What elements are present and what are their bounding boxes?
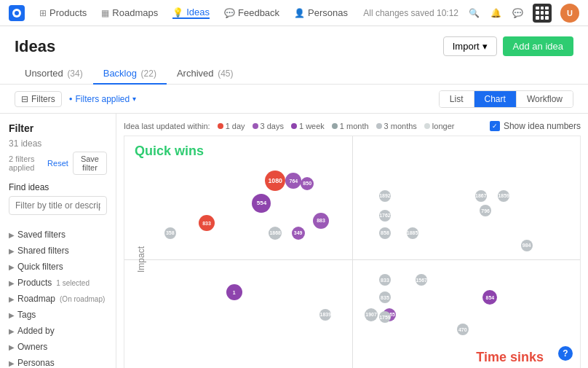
save-filter-button[interactable]: Save filter xyxy=(73,152,107,175)
sidebar-section-added-by[interactable]: ▶ Added by xyxy=(9,323,107,339)
sidebar-section-roadmap[interactable]: ▶ Roadmap (On roadmap) xyxy=(9,291,107,307)
bubble-1892[interactable]: 1892 xyxy=(379,190,391,202)
bubble-835[interactable]: 835 xyxy=(379,291,391,303)
sidebar-section-shared-filters[interactable]: ▶ Shared filters xyxy=(9,243,107,259)
arrow-icon: ▶ xyxy=(9,359,15,367)
legend-dot-longer xyxy=(424,123,430,129)
legend-1month: 1 month xyxy=(332,122,369,130)
bubble-854[interactable]: 854 xyxy=(482,290,497,305)
find-ideas-label: Find ideas xyxy=(9,182,107,192)
legend-1day: 1 day xyxy=(218,122,245,130)
bubble-1080[interactable]: 1080 xyxy=(265,171,285,191)
section-badge: 1 selected xyxy=(56,279,90,287)
tab-unsorted[interactable]: Unsorted (34) xyxy=(15,63,93,85)
legend-dot-1day xyxy=(218,123,223,129)
app-logo[interactable] xyxy=(9,5,25,21)
user-avatar[interactable]: U xyxy=(560,4,579,23)
bubble-1859[interactable]: 1859 xyxy=(498,190,509,202)
arrow-icon: ▶ xyxy=(9,231,15,239)
nav-ideas[interactable]: 💡 Ideas xyxy=(172,7,210,19)
bubble-1759[interactable]: 1759 xyxy=(379,311,391,323)
bubble-858[interactable]: 858 xyxy=(379,227,391,239)
tab-backlog[interactable]: Backlog (22) xyxy=(93,63,167,85)
chart-divider-horizontal xyxy=(124,259,580,260)
view-chart-button[interactable]: Chart xyxy=(474,91,517,107)
show-numbers-checkbox[interactable] xyxy=(490,121,500,131)
bubble-1885[interactable]: 1885 xyxy=(407,227,418,239)
bubble-554[interactable]: 554 xyxy=(252,194,271,213)
arrow-icon: ▶ xyxy=(9,327,15,335)
legend-dot-1month xyxy=(332,123,338,129)
nav-products[interactable]: ⊞ Products xyxy=(39,7,87,18)
notification-icon[interactable]: 🔔 xyxy=(489,7,502,20)
sidebar-section-personas[interactable]: ▶ Personas xyxy=(9,355,107,368)
chart-container: Idea last updated within: 1 day 3 days 1… xyxy=(116,114,588,368)
section-label: Products xyxy=(17,278,52,288)
add-idea-button[interactable]: Add an idea xyxy=(503,36,573,56)
bubble-764[interactable]: 764 xyxy=(285,173,301,189)
sidebar-section-products[interactable]: ▶ Products 1 selected xyxy=(9,275,107,291)
nav-roadmaps[interactable]: ▦ Roadmaps xyxy=(101,7,158,18)
legend-dot-1week xyxy=(291,123,297,129)
bubble-1839[interactable]: 1839 xyxy=(319,309,331,321)
show-numbers-toggle[interactable]: Show idea numbers xyxy=(490,121,581,131)
tabs: Unsorted (34) Backlog (22) Archived (45) xyxy=(15,63,573,84)
arrow-icon: ▶ xyxy=(9,343,15,351)
view-list-button[interactable]: List xyxy=(440,91,474,107)
bubble-1868[interactable]: 1868 xyxy=(269,227,282,240)
sidebar-section-quick-filters[interactable]: ▶ Quick filters xyxy=(9,259,107,275)
chat-icon[interactable]: 💬 xyxy=(511,7,524,20)
chart-legend: Idea last updated within: 1 day 3 days 1… xyxy=(124,121,581,131)
search-input[interactable] xyxy=(9,196,107,215)
bubble-833b[interactable]: 833 xyxy=(379,274,391,286)
sidebar-section-tags[interactable]: ▶ Tags xyxy=(9,307,107,323)
nav-personas[interactable]: 👤 Personas xyxy=(294,7,348,18)
priority-chart: Quick wins Time sinks Effort Impact ? 10… xyxy=(124,136,581,368)
filters-button[interactable]: ⊟ Filters xyxy=(15,91,62,107)
roadmap-icon: ▦ xyxy=(101,8,109,18)
reset-link[interactable]: Reset xyxy=(47,159,68,168)
idea-icon: 💡 xyxy=(172,7,183,17)
sidebar-section-saved-filters[interactable]: ▶ Saved filters xyxy=(9,227,107,243)
workspace-switcher[interactable] xyxy=(533,4,552,23)
bubble-796[interactable]: 796 xyxy=(480,205,491,216)
import-button[interactable]: Import ▾ xyxy=(443,36,497,56)
bubble-833[interactable]: 833 xyxy=(199,215,215,231)
bubble-984[interactable]: 984 xyxy=(521,240,533,251)
bubble-1907[interactable]: 1907 xyxy=(365,308,378,321)
section-label: Saved filters xyxy=(17,230,65,240)
bubble-358[interactable]: 358 xyxy=(164,227,176,239)
bubble-1[interactable]: 1 xyxy=(226,284,242,300)
view-toggle: List Chart Workflow xyxy=(439,90,573,108)
search-icon[interactable]: 🔍 xyxy=(467,7,480,20)
bubble-1762[interactable]: 1762 xyxy=(379,210,391,222)
quadrant-label-quick-wins: Quick wins xyxy=(135,144,204,159)
sidebar: Filter 31 ideas 2 filters applied Reset … xyxy=(0,114,116,368)
section-label: Tags xyxy=(17,310,36,320)
bubble-349[interactable]: 349 xyxy=(292,227,305,240)
section-label: Shared filters xyxy=(17,246,69,256)
section-badge: (On roadmap) xyxy=(60,295,105,303)
persona-icon: 👤 xyxy=(294,8,305,18)
bubble-1867[interactable]: 1867 xyxy=(475,190,487,202)
sidebar-sections: ▶ Saved filters ▶ Shared filters ▶ Quick… xyxy=(9,227,107,368)
legend-3days: 3 days xyxy=(253,122,284,130)
save-status: All changes saved 10:12 xyxy=(363,8,458,18)
help-icon[interactable]: ? xyxy=(558,346,573,361)
bubble-1567[interactable]: 1567 xyxy=(416,274,427,286)
tab-archived[interactable]: Archived (45) xyxy=(167,63,244,85)
bubble-470[interactable]: 470 xyxy=(457,324,469,335)
filters-applied[interactable]: ● Filters applied ▾ xyxy=(69,94,137,104)
bubble-883[interactable]: 883 xyxy=(313,213,329,229)
page-header: Ideas Import ▾ Add an idea Unsorted (34)… xyxy=(0,26,588,85)
legend-dot-3months xyxy=(376,123,382,129)
topnav: ⊞ Products ▦ Roadmaps 💡 Ideas 💬 Feedback… xyxy=(0,0,588,26)
view-workflow-button[interactable]: Workflow xyxy=(517,91,573,107)
bubble-850[interactable]: 850 xyxy=(301,177,314,190)
axis-y-label: Impact xyxy=(136,246,146,273)
sidebar-section-owners[interactable]: ▶ Owners xyxy=(9,339,107,355)
filter-bar: ⊟ Filters ● Filters applied ▾ List Chart… xyxy=(0,85,588,114)
legend-label: Idea last updated within: xyxy=(124,122,210,130)
sidebar-title: Filter xyxy=(9,122,107,134)
nav-feedback[interactable]: 💬 Feedback xyxy=(224,7,279,18)
